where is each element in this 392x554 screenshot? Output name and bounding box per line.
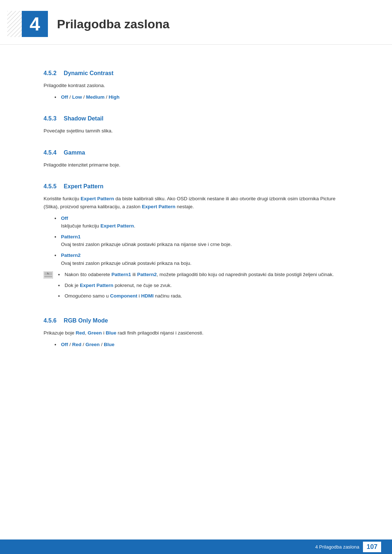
option-off: Off xyxy=(61,216,68,221)
option-pattern2: Pattern2 xyxy=(61,253,81,258)
section-454-number: 4.5.4 xyxy=(44,149,57,156)
red-ref: Red xyxy=(76,330,85,336)
option-separator: / xyxy=(69,94,72,100)
note-item-1: Nakon što odaberete Pattern1 ili Pattern… xyxy=(44,271,348,303)
list-item: Off / Low / Medium / High xyxy=(54,93,348,101)
note-text-1: Nakon što odaberete Pattern1 ili Pattern… xyxy=(65,272,334,277)
section-456-title: RGB Only Mode xyxy=(64,317,108,324)
list-item: Off Isključuje funkciju Expert Pattern. xyxy=(54,214,348,230)
section-455-bullets: Off Isključuje funkciju Expert Pattern. … xyxy=(54,214,348,267)
pattern2-ref: Pattern2 xyxy=(137,272,157,277)
list-item: Off / Red / Green / Blue xyxy=(54,341,348,349)
section-456-heading: 4.5.6 RGB Only Mode xyxy=(44,317,348,324)
chapter-title: Prilagodba zaslona xyxy=(57,17,170,31)
pattern2-description: Ovaj testni zaslon prikazuje učinak post… xyxy=(61,260,191,266)
section-456-bullets: Off / Red / Green / Blue xyxy=(54,341,348,349)
section-452-title: Dynamic Contrast xyxy=(64,70,114,77)
svg-rect-2 xyxy=(44,276,52,277)
chapter-number: 4 xyxy=(30,13,40,35)
footer-chapter-text: 4 Prilagodba zaslona xyxy=(315,544,359,550)
section-452-bullets: Off / Low / Medium / High xyxy=(54,93,348,101)
note-icon-wrapper xyxy=(44,271,54,279)
option-medium: Medium xyxy=(86,94,105,100)
section-454-heading: 4.5.4 Gamma xyxy=(44,149,348,156)
expert-pattern-ref2: Expert Pattern xyxy=(142,204,175,209)
option-green: Green xyxy=(86,342,100,347)
separator: / xyxy=(83,342,86,347)
page-footer: 4 Prilagodba zaslona 107 xyxy=(0,539,392,554)
section-453-title: Shadow Detail xyxy=(64,115,103,122)
pattern1-ref: Pattern1 xyxy=(111,272,131,277)
section-455-body: Koristite funkciju Expert Pattern da bis… xyxy=(44,195,348,210)
option-high: High xyxy=(109,94,119,100)
notes-section: Nakon što odaberete Pattern1 ili Pattern… xyxy=(44,271,348,303)
option-separator: / xyxy=(83,94,86,100)
list-item: Pattern1 Ovaj testni zaslon prikazuje uč… xyxy=(54,233,348,249)
section-455-heading: 4.5.5 Expert Pattern xyxy=(44,183,348,190)
option-off: Off xyxy=(61,94,68,100)
note-text-2: Dok je Expert Pattern pokrenut, ne čuje … xyxy=(65,283,172,288)
separator: / xyxy=(69,342,72,347)
page-number: 107 xyxy=(363,542,381,552)
section-455-number: 4.5.5 xyxy=(44,183,57,190)
section-452-body: Prilagodite kontrast zaslona. xyxy=(44,82,348,90)
section-452-number: 4.5.2 xyxy=(44,70,57,77)
blue-ref: Blue xyxy=(106,330,116,336)
separator: / xyxy=(101,342,104,347)
note-icon xyxy=(44,271,53,279)
option-blue: Blue xyxy=(104,342,114,347)
hdmi-ref: HDMI xyxy=(141,293,154,299)
expert-pattern-ref3: Expert Pattern xyxy=(80,283,113,288)
section-452-heading: 4.5.2 Dynamic Contrast xyxy=(44,70,348,77)
section-454-body: Prilagodite intenzitet primarne boje. xyxy=(44,161,348,169)
note-bullets: Nakon što odaberete Pattern1 ili Pattern… xyxy=(58,271,348,303)
option-off: Off xyxy=(61,342,68,347)
option-pattern1: Pattern1 xyxy=(61,234,81,239)
pattern1-description: Ovaj testni zaslon prikazuje učinak post… xyxy=(61,242,232,247)
expert-pattern-ref1: Expert Pattern xyxy=(81,196,114,201)
note-text-3: Omogućeno samo u Component i HDMI načinu… xyxy=(65,293,182,299)
off-description: Isključuje funkciju Expert Pattern. xyxy=(61,223,135,229)
section-454-title: Gamma xyxy=(64,149,85,156)
chapter-number-box: 4 xyxy=(22,11,48,37)
list-item: Nakon što odaberete Pattern1 ili Pattern… xyxy=(58,271,348,279)
section-455-title: Expert Pattern xyxy=(64,183,103,190)
chapter-header: 4 Prilagodba zaslona xyxy=(0,0,392,45)
section-456-number: 4.5.6 xyxy=(44,317,57,324)
main-content: 4.5.2 Dynamic Contrast Prilagodite kontr… xyxy=(0,48,392,373)
component-ref: Component xyxy=(110,293,137,299)
section-453-body: Povećajte svjetlinu tamnih slika. xyxy=(44,127,348,135)
green-ref: Green xyxy=(88,330,102,336)
list-item: Omogućeno samo u Component i HDMI načinu… xyxy=(58,292,348,300)
section-453-heading: 4.5.3 Shadow Detail xyxy=(44,115,348,122)
section-453-number: 4.5.3 xyxy=(44,115,57,122)
list-item: Pattern2 Ovaj testni zaslon prikazuje uč… xyxy=(54,251,348,267)
option-red: Red xyxy=(72,342,82,347)
expert-pattern-ref: Expert Pattern xyxy=(101,223,134,229)
section-456-body: Prikazuje boje Red, Green i Blue radi fi… xyxy=(44,329,348,337)
list-item: Dok je Expert Pattern pokrenut, ne čuje … xyxy=(58,282,348,290)
option-low: Low xyxy=(72,94,82,100)
